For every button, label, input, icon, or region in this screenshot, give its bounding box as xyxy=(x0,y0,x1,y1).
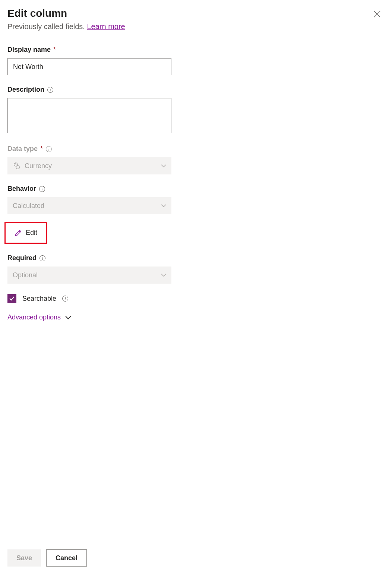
searchable-label: Searchable xyxy=(22,295,56,303)
data-type-dropdown: $ Currency xyxy=(7,157,171,174)
behavior-label: Behavior i xyxy=(7,185,171,193)
display-name-group: Display name * xyxy=(7,46,171,75)
description-label: Description i xyxy=(7,86,171,94)
advanced-options-toggle[interactable]: Advanced options xyxy=(7,313,171,321)
data-type-group: Data type * i $ Currency xyxy=(7,145,171,174)
required-asterisk: * xyxy=(51,46,56,53)
required-asterisk: * xyxy=(38,145,43,152)
svg-text:$: $ xyxy=(15,163,16,165)
info-icon[interactable]: i xyxy=(39,186,45,192)
info-icon[interactable]: i xyxy=(46,146,52,152)
form-content: Display name * Description i Data type *… xyxy=(7,46,171,321)
info-icon[interactable]: i xyxy=(62,296,68,302)
description-input[interactable] xyxy=(7,98,171,133)
chevron-down-icon xyxy=(161,272,166,278)
checkmark-icon xyxy=(9,296,15,302)
currency-icon: $ xyxy=(13,162,21,170)
learn-more-link[interactable]: Learn more xyxy=(87,22,125,31)
header-text: Edit column Previously called fields. Le… xyxy=(7,7,373,31)
required-dropdown: Optional xyxy=(7,266,171,284)
edit-behavior-button[interactable]: Edit xyxy=(9,226,43,240)
info-icon[interactable]: i xyxy=(39,255,45,261)
page-subtitle: Previously called fields. Learn more xyxy=(7,22,373,31)
info-icon[interactable]: i xyxy=(47,87,53,93)
subtitle-text: Previously called fields. xyxy=(7,22,87,31)
close-button[interactable] xyxy=(373,10,381,19)
searchable-checkbox[interactable] xyxy=(7,294,16,303)
chevron-down-icon xyxy=(65,315,71,321)
behavior-dropdown: Calculated xyxy=(7,197,171,214)
svg-line-5 xyxy=(19,231,20,232)
svg-point-3 xyxy=(16,165,19,169)
panel-header: Edit column Previously called fields. Le… xyxy=(7,7,385,31)
edit-button-highlight: Edit xyxy=(4,222,47,244)
close-icon xyxy=(373,10,381,18)
edit-button-label: Edit xyxy=(26,229,37,237)
display-name-label: Display name * xyxy=(7,46,171,54)
data-type-value: Currency xyxy=(25,162,52,170)
description-group: Description i xyxy=(7,86,171,135)
required-value: Optional xyxy=(13,271,38,279)
behavior-group: Behavior i Calculated xyxy=(7,185,171,214)
advanced-options-label: Advanced options xyxy=(7,313,61,321)
chevron-down-icon xyxy=(161,203,166,208)
required-label: Required i xyxy=(7,254,171,262)
data-type-label: Data type * i xyxy=(7,145,171,153)
display-name-input[interactable] xyxy=(7,58,171,75)
page-title: Edit column xyxy=(7,7,373,19)
pencil-icon xyxy=(15,229,22,237)
edit-behavior-group: Edit xyxy=(7,225,171,244)
searchable-row: Searchable i xyxy=(7,294,171,303)
required-group: Required i Optional xyxy=(7,254,171,284)
behavior-value: Calculated xyxy=(13,202,44,210)
chevron-down-icon xyxy=(161,163,166,168)
